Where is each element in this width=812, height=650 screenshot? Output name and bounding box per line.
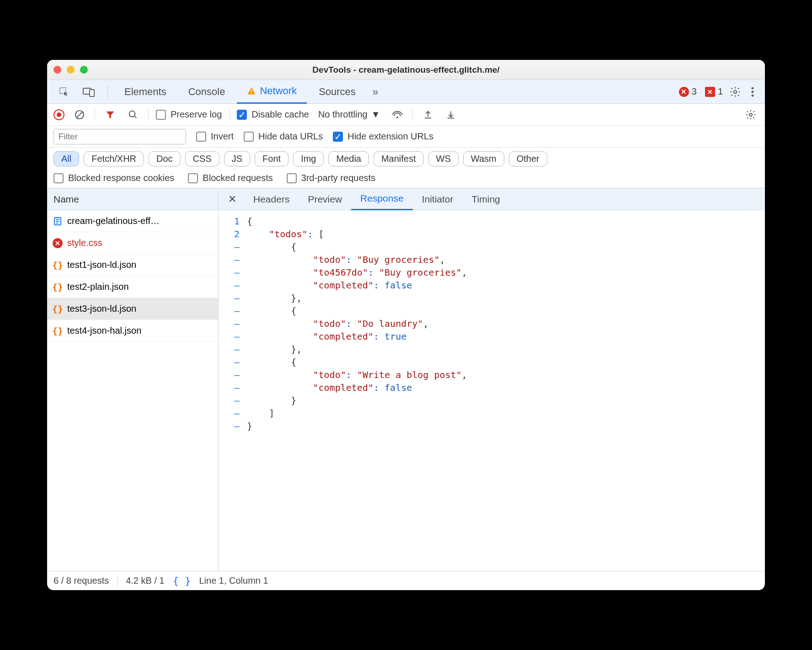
status-cursor: Line 1, Column 1 — [199, 575, 268, 586]
blocked-requests-checkbox[interactable]: Blocked requests — [188, 173, 272, 183]
error-count[interactable]: ✕ 3 — [679, 86, 697, 97]
svg-line-10 — [76, 112, 83, 118]
detail-tab-timing[interactable]: Timing — [463, 188, 509, 210]
svg-point-11 — [129, 111, 135, 117]
window-controls — [53, 66, 88, 74]
request-item[interactable]: {}test3-json-ld.json — [47, 298, 218, 320]
request-item[interactable]: {}test1-json-ld.json — [47, 254, 218, 276]
download-har-icon[interactable] — [443, 107, 459, 123]
issue-icon: ✕ — [705, 87, 715, 97]
issue-count[interactable]: ✕ 1 — [705, 86, 723, 97]
panel-tabstrip: Elements Console Network Sources » ✕ 3 ✕… — [47, 80, 765, 104]
request-item[interactable]: {}test4-json-hal.json — [47, 320, 218, 342]
more-tabs-icon[interactable]: » — [368, 84, 383, 100]
disable-cache-checkbox[interactable]: ✓Disable cache — [237, 109, 309, 120]
search-icon[interactable] — [125, 107, 141, 123]
settings-icon[interactable] — [727, 84, 743, 100]
detail-tab-headers[interactable]: Headers — [244, 188, 299, 210]
record-button[interactable] — [53, 109, 64, 120]
svg-point-5 — [734, 90, 737, 93]
minimize-window-button[interactable] — [67, 66, 75, 74]
json-icon: {} — [53, 282, 63, 292]
network-settings-icon[interactable] — [743, 107, 759, 123]
warning-icon — [247, 86, 256, 96]
filter-input[interactable] — [53, 129, 186, 144]
tab-console[interactable]: Console — [178, 80, 235, 104]
type-chip-manifest[interactable]: Manifest — [374, 151, 424, 166]
request-label: style.css — [67, 238, 102, 248]
close-detail-button[interactable]: ✕ — [223, 188, 241, 210]
titlebar: DevTools - cream-gelatinous-effect.glitc… — [47, 60, 765, 80]
request-label: test1-json-ld.json — [67, 260, 136, 270]
response-body[interactable]: 12––––––––––––––– { "todos": [ { "todo":… — [219, 210, 765, 571]
svg-rect-2 — [90, 90, 94, 96]
close-window-button[interactable] — [53, 66, 61, 74]
type-chip-js[interactable]: JS — [224, 151, 250, 166]
network-main: Name cream-gelatinous-eff…✕style.css{}te… — [47, 188, 765, 571]
devtools-window: DevTools - cream-gelatinous-effect.glitc… — [47, 60, 765, 590]
request-item[interactable]: cream-gelatinous-eff… — [47, 210, 218, 232]
type-filter-chips: AllFetch/XHRDocCSSJSFontImgMediaManifest… — [47, 148, 765, 170]
error-icon: ✕ — [53, 238, 63, 248]
hide-data-urls-checkbox[interactable]: Hide data URLs — [244, 131, 323, 142]
detail-tab-initiator[interactable]: Initiator — [413, 188, 463, 210]
status-bar: 6 / 8 requests 4.2 kB / 1 { } Line 1, Co… — [47, 571, 765, 590]
detail-tabs: ✕ HeadersPreviewResponseInitiatorTiming — [219, 188, 765, 210]
svg-point-13 — [396, 117, 398, 118]
request-item[interactable]: ✕style.css — [47, 232, 218, 254]
type-chip-doc[interactable]: Doc — [149, 151, 181, 166]
pretty-print-icon[interactable]: { } — [173, 575, 191, 586]
type-chip-media[interactable]: Media — [328, 151, 369, 166]
tab-network[interactable]: Network — [237, 80, 307, 104]
request-list: Name cream-gelatinous-eff…✕style.css{}te… — [47, 188, 219, 571]
network-conditions-icon[interactable] — [390, 107, 405, 123]
extra-filters-row: Blocked response cookies Blocked request… — [47, 170, 765, 188]
kebab-menu-icon[interactable] — [745, 84, 760, 100]
blocked-cookies-checkbox[interactable]: Blocked response cookies — [53, 173, 174, 183]
hide-extension-urls-checkbox[interactable]: ✓Hide extension URLs — [333, 131, 433, 142]
throttling-select[interactable]: No throttling ▼ — [316, 109, 382, 120]
type-chip-all[interactable]: All — [53, 151, 79, 166]
type-chip-css[interactable]: CSS — [185, 151, 219, 166]
filter-icon[interactable] — [102, 107, 118, 123]
detail-tab-preview[interactable]: Preview — [299, 188, 351, 210]
json-icon: {} — [53, 304, 63, 314]
invert-checkbox[interactable]: Invert — [196, 131, 234, 142]
type-chip-ws[interactable]: WS — [428, 151, 459, 166]
svg-point-6 — [752, 87, 754, 89]
type-chip-other[interactable]: Other — [509, 151, 547, 166]
json-icon: {} — [53, 326, 63, 336]
svg-point-7 — [752, 91, 754, 93]
window-title: DevTools - cream-gelatinous-effect.glitc… — [47, 65, 765, 75]
third-party-checkbox[interactable]: 3rd-party requests — [287, 173, 375, 183]
type-chip-fetch-xhr[interactable]: Fetch/XHR — [84, 151, 144, 166]
svg-line-12 — [134, 116, 137, 118]
request-item[interactable]: {}test2-plain.json — [47, 276, 218, 298]
svg-point-14 — [749, 113, 752, 116]
svg-rect-4 — [251, 93, 252, 94]
upload-har-icon[interactable] — [420, 107, 436, 123]
request-detail: ✕ HeadersPreviewResponseInitiatorTiming … — [219, 188, 765, 571]
request-label: test2-plain.json — [67, 282, 129, 292]
tab-sources[interactable]: Sources — [309, 80, 366, 104]
chevron-down-icon: ▼ — [371, 109, 380, 120]
type-chip-wasm[interactable]: Wasm — [463, 151, 504, 166]
network-toolbar: Preserve log ✓Disable cache No throttlin… — [47, 104, 765, 126]
maximize-window-button[interactable] — [80, 66, 88, 74]
status-transfer: 4.2 kB / 1 — [126, 575, 165, 586]
svg-rect-3 — [251, 90, 252, 92]
issue-badges: ✕ 3 ✕ 1 — [676, 86, 726, 97]
type-chip-img[interactable]: Img — [293, 151, 324, 166]
device-toolbar-icon[interactable] — [81, 84, 96, 100]
preserve-log-checkbox[interactable]: Preserve log — [156, 109, 222, 120]
request-label: test3-json-ld.json — [67, 304, 136, 314]
document-icon — [53, 216, 63, 226]
tab-elements[interactable]: Elements — [114, 80, 176, 104]
detail-tab-response[interactable]: Response — [351, 188, 413, 210]
inspect-element-icon[interactable] — [56, 84, 72, 100]
type-chip-font[interactable]: Font — [255, 151, 288, 166]
clear-icon[interactable] — [72, 107, 87, 123]
request-list-header[interactable]: Name — [47, 188, 218, 210]
svg-point-8 — [752, 94, 754, 96]
error-icon: ✕ — [679, 87, 689, 97]
